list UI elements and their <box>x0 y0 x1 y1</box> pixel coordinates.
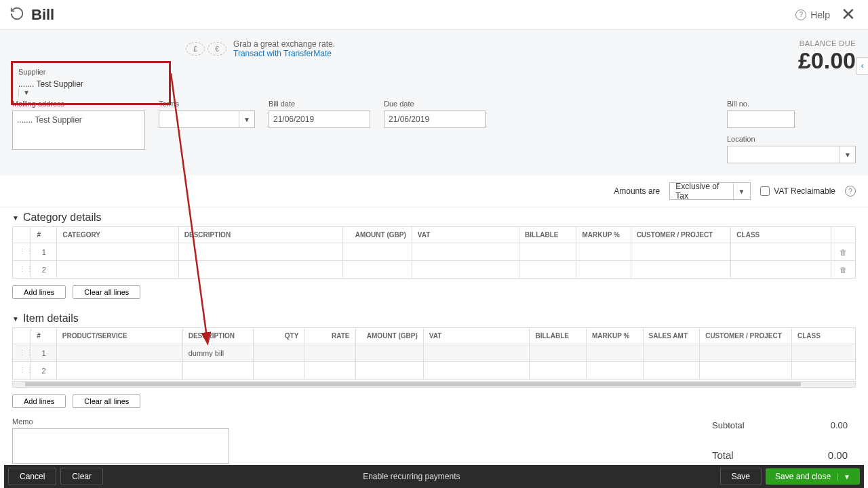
terms-select[interactable]: ▼ <box>159 110 255 128</box>
horizontal-scrollbar[interactable] <box>12 381 856 388</box>
billno-input[interactable] <box>727 110 795 128</box>
save-button[interactable]: Save <box>720 468 762 474</box>
amounts-label: Amounts are <box>614 186 660 196</box>
add-lines-button[interactable]: Add lines <box>12 394 66 408</box>
total-label: Total <box>712 449 734 461</box>
col-num: # <box>31 328 57 344</box>
clear-all-lines-button[interactable]: Clear all lines <box>73 285 140 299</box>
recurring-payments-link[interactable]: Enable recurring payments <box>107 472 716 474</box>
triangle-down-icon: ▼ <box>12 214 19 222</box>
col-markup: MARKUP % <box>587 328 644 344</box>
balance-due-amount: £0.00 <box>798 47 856 74</box>
balance-due-label: BALANCE DUE <box>798 39 856 47</box>
promo-line: Grab a great exchange rate. <box>233 39 335 49</box>
item-details-toggle[interactable]: ▼Item details <box>12 312 856 325</box>
col-qty: QTY <box>254 328 304 344</box>
col-amount: AMOUNT (GBP) <box>343 227 412 243</box>
col-description: DESCRIPTION <box>178 227 343 243</box>
table-row[interactable]: ⋮⋮2 <box>13 362 856 380</box>
col-product: PRODUCT/SERVICE <box>56 328 182 344</box>
page-title: Bill <box>31 6 54 24</box>
col-num: # <box>31 227 57 243</box>
col-customer: CUSTOMER / PROJECT <box>700 328 792 344</box>
footer-bar: Cancel Clear Enable recurring payments S… <box>4 465 864 474</box>
total-value: 0.00 <box>828 449 848 461</box>
table-row[interactable]: ⋮⋮1🗑 <box>13 243 856 261</box>
col-vat: VAT <box>423 328 530 344</box>
trash-icon[interactable]: 🗑 <box>831 243 856 261</box>
add-lines-button[interactable]: Add lines <box>12 285 66 299</box>
col-billable: BILLABLE <box>519 227 576 243</box>
drag-handle-icon[interactable]: ⋮⋮ <box>13 362 31 380</box>
items-table: # PRODUCT/SERVICE DESCRIPTION QTY RATE A… <box>12 327 856 380</box>
memo-input[interactable] <box>12 428 229 464</box>
drag-handle-icon[interactable]: ⋮⋮ <box>13 243 31 261</box>
help-button[interactable]: ? Help <box>795 9 830 20</box>
col-billable: BILLABLE <box>530 328 587 344</box>
col-sales: SALES AMT <box>643 328 700 344</box>
vat-reclaimable-checkbox[interactable]: VAT Reclaimable <box>760 186 835 196</box>
col-markup: MARKUP % <box>576 227 631 243</box>
col-rate: RATE <box>304 328 355 344</box>
item-description-cell[interactable]: dummy bill <box>182 344 253 362</box>
clear-button[interactable]: Clear <box>60 468 103 474</box>
promo-link[interactable]: Transact with TransferMate <box>233 49 332 58</box>
category-details-toggle[interactable]: ▼Category details <box>12 211 856 224</box>
item-description-cell[interactable] <box>182 362 253 380</box>
chevron-down-icon[interactable]: ▼ <box>837 473 850 474</box>
chevron-down-icon: ▼ <box>18 89 163 96</box>
amounts-select[interactable]: Exclusive of Tax▼ <box>669 182 751 200</box>
table-row[interactable]: ⋮⋮1dummy bill <box>13 344 856 362</box>
col-category: CATEGORY <box>57 227 178 243</box>
duedate-input[interactable]: 21/06/2019 <box>384 110 486 128</box>
col-class: CLASS <box>731 227 831 243</box>
billdate-input[interactable]: 21/06/2019 <box>269 110 370 128</box>
supplier-highlight-annotation: Supplier ....... Test Supplier ▼ <box>11 61 171 105</box>
subtotal-value: 0.00 <box>831 420 848 430</box>
help-label: Help <box>810 9 830 20</box>
history-icon[interactable] <box>9 6 24 23</box>
billno-label: Bill no. <box>727 100 856 108</box>
chevron-down-icon: ▼ <box>840 146 851 163</box>
duedate-label: Due date <box>384 100 486 108</box>
expand-panel-button[interactable]: ‹ <box>856 57 868 75</box>
table-row[interactable]: ⋮⋮2🗑 <box>13 261 856 279</box>
help-icon[interactable]: ? <box>845 186 856 197</box>
chevron-down-icon: ▼ <box>239 111 250 127</box>
location-select[interactable]: ▼ <box>727 146 856 163</box>
save-and-close-button[interactable]: Save and close▼ <box>766 468 860 474</box>
triangle-down-icon: ▼ <box>12 315 19 323</box>
col-class: CLASS <box>791 328 855 344</box>
chevron-down-icon: ▼ <box>733 183 745 199</box>
category-table: # CATEGORY DESCRIPTION AMOUNT (GBP) VAT … <box>12 226 856 279</box>
col-vat: VAT <box>412 227 519 243</box>
clear-all-lines-button[interactable]: Clear all lines <box>73 394 140 408</box>
location-label: Location <box>727 135 856 143</box>
col-description: DESCRIPTION <box>182 328 253 344</box>
drag-handle-icon[interactable]: ⋮⋮ <box>13 261 31 279</box>
trash-icon[interactable]: 🗑 <box>831 261 856 279</box>
close-icon[interactable]: ✕ <box>841 4 856 25</box>
mailing-address-input[interactable]: ....... Test Supplier <box>12 110 145 150</box>
col-customer: CUSTOMER / PROJECT <box>631 227 731 243</box>
cancel-button[interactable]: Cancel <box>8 468 56 474</box>
help-icon: ? <box>795 9 806 20</box>
col-amount: AMOUNT (GBP) <box>355 328 423 344</box>
terms-label: Terms <box>159 100 255 108</box>
supplier-label: Supplier <box>18 68 45 76</box>
supplier-value: ....... Test Supplier <box>18 79 83 89</box>
billdate-label: Bill date <box>269 100 370 108</box>
subtotal-label: Subtotal <box>712 420 745 430</box>
drag-handle-icon[interactable]: ⋮⋮ <box>13 344 31 362</box>
supplier-select[interactable]: ....... Test Supplier ▼ <box>18 79 163 96</box>
memo-label: Memo <box>12 418 229 426</box>
currency-promo-icon: £€ <box>186 42 226 56</box>
